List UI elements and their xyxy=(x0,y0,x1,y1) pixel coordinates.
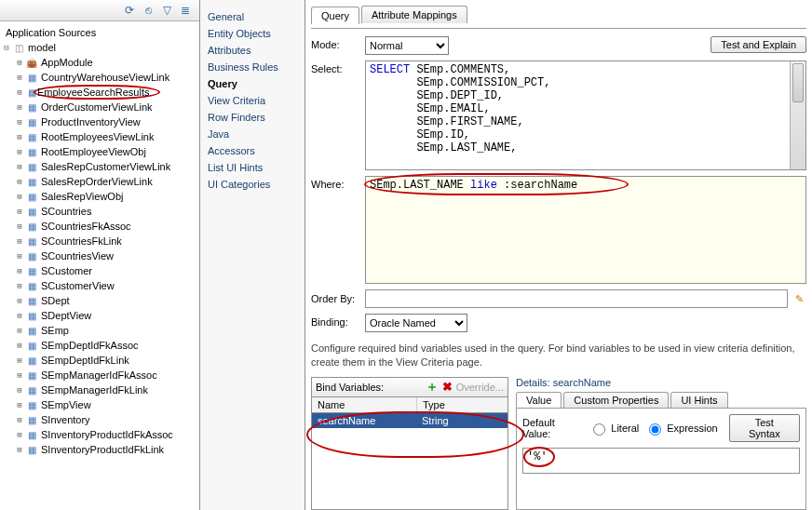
tree-node[interactable]: ⊞▦SEmp xyxy=(2,323,197,338)
application-tree[interactable]: Application Sources ⊟ ◫ model ⊞👜AppModul… xyxy=(0,21,199,510)
tree-node[interactable]: ⊞▦SCustomer xyxy=(2,263,197,278)
tree-node[interactable]: ⊞▦SDept xyxy=(2,293,197,308)
select-scrollbar[interactable] xyxy=(790,61,805,169)
expand-icon[interactable]: ⊞ xyxy=(15,356,24,365)
expand-icon[interactable]: ⊞ xyxy=(15,415,24,424)
object-icon: ▦ xyxy=(24,324,39,337)
expand-icon[interactable]: ⊞ xyxy=(15,296,24,305)
expand-icon[interactable]: ⊞ xyxy=(15,207,24,216)
nav-item[interactable]: List UI Hints xyxy=(208,159,297,176)
nav-item[interactable]: General xyxy=(208,8,297,25)
object-icon: ▦ xyxy=(24,279,39,292)
expression-radio[interactable]: Expression xyxy=(644,421,717,436)
orderby-input[interactable] xyxy=(365,289,788,308)
tree-node[interactable]: ⊞▦SInventoryProductIdFkAssoc xyxy=(2,427,197,442)
expand-icon[interactable]: ⊞ xyxy=(15,162,24,171)
nav-item[interactable]: View Criteria xyxy=(208,92,297,109)
expand-icon[interactable]: ⊞ xyxy=(15,311,24,320)
binding-select[interactable]: Oracle Named xyxy=(365,314,467,332)
tree-node[interactable]: ⊞▦SCountriesFkLink xyxy=(2,234,197,248)
expand-icon[interactable]: ⊞ xyxy=(15,132,24,141)
object-icon: ▦ xyxy=(24,160,39,173)
tree-node[interactable]: ⊞▦SEmpDeptIdFkAssoc xyxy=(2,338,197,353)
bindvar-row[interactable]: searchName String xyxy=(312,413,508,428)
tree-node[interactable]: ⊞▦SalesRepOrderViewLink xyxy=(2,174,197,189)
tree-node[interactable]: ⊞▦SalesRepCustomerViewLink xyxy=(2,159,197,174)
expand-icon[interactable]: ⊞ xyxy=(15,58,24,67)
tree-node[interactable]: ⊞▦SEmpManagerIdFkAssoc xyxy=(2,368,197,382)
expand-icon[interactable]: ⊞ xyxy=(15,117,24,127)
details-tab-custom[interactable]: Custom Properties xyxy=(563,392,669,408)
nav-item[interactable]: Query xyxy=(208,75,297,92)
bindvar-col-name[interactable]: Name xyxy=(312,397,417,412)
delete-icon[interactable]: ✖ xyxy=(442,380,453,394)
tree-node[interactable]: ⊞👜AppModule xyxy=(2,55,197,70)
tab-query[interactable]: Query xyxy=(311,7,359,24)
tree-node[interactable]: ⊞▦SEmpView xyxy=(2,397,197,412)
nav-item[interactable]: Row Finders xyxy=(208,109,297,126)
expand-icon[interactable]: ⊞ xyxy=(15,281,24,290)
tree-node[interactable]: ⊞▦SCustomerView xyxy=(2,278,197,293)
tree-node[interactable]: ⊞▦SalesRepViewObj xyxy=(2,189,197,204)
nav-item[interactable]: Entity Objects xyxy=(208,25,297,42)
pencil-icon[interactable]: ✎ xyxy=(792,291,806,306)
expand-icon[interactable]: ⊞ xyxy=(15,102,24,112)
tree-node-model[interactable]: ⊟ ◫ model xyxy=(2,40,197,55)
add-icon[interactable]: ＋ xyxy=(426,379,439,396)
details-tab-uihints[interactable]: UI Hints xyxy=(670,392,727,408)
bindvar-row-name: searchName xyxy=(312,413,416,428)
object-icon: ▦ xyxy=(24,249,39,262)
nav-item[interactable]: UI Categories xyxy=(208,176,297,193)
tree-node[interactable]: ⊞▦RootEmployeesViewLink xyxy=(2,129,197,144)
expand-icon[interactable]: ⊞ xyxy=(15,177,24,186)
where-sql-editor[interactable]: SEmp.LAST_NAME like :searchName xyxy=(365,176,806,284)
expand-icon[interactable]: ⊞ xyxy=(15,445,24,454)
tree-node[interactable]: ⊞▦RootEmployeeViewObj xyxy=(2,144,197,159)
tree-node[interactable]: ⊞▦OrderCustomerViewLink xyxy=(2,100,197,114)
expand-icon[interactable]: ⊞ xyxy=(15,73,24,82)
override-button[interactable]: Override... xyxy=(456,382,504,393)
select-sql-editor[interactable]: SELECT SEmp.COMMENTS, SEmp.COMMISSION_PC… xyxy=(365,60,806,170)
test-syntax-button[interactable]: Test Syntax xyxy=(729,414,800,442)
tree-node[interactable]: ⊞▦SDeptView xyxy=(2,308,197,323)
expand-icon[interactable]: ⊞ xyxy=(15,370,24,380)
nav-item[interactable]: Business Rules xyxy=(208,59,297,75)
bindvar-col-type[interactable]: Type xyxy=(417,397,451,412)
expand-icon[interactable]: ⊞ xyxy=(15,430,24,439)
expand-icon[interactable]: ⊞ xyxy=(15,147,24,156)
expand-icon[interactable]: ⊞ xyxy=(15,87,24,97)
expand-icon[interactable]: ⊞ xyxy=(15,326,24,335)
expand-icon[interactable]: ⊞ xyxy=(15,385,24,395)
nav-item[interactable]: Attributes xyxy=(208,42,297,59)
filter-icon[interactable]: ▽ xyxy=(158,2,175,19)
details-tab-value[interactable]: Value xyxy=(516,392,562,408)
tree-node[interactable]: ⊞▦SInventoryProductIdFkLink xyxy=(2,442,197,457)
options-icon[interactable]: ≣ xyxy=(177,2,194,19)
nav-item[interactable]: Accessors xyxy=(208,142,297,159)
expand-icon[interactable]: ⊞ xyxy=(15,192,24,201)
expression-editor[interactable]: '%' xyxy=(522,448,800,474)
tab-attribute-mappings[interactable]: Attribute Mappings xyxy=(361,6,467,23)
literal-radio[interactable]: Literal xyxy=(589,421,639,436)
collapse-icon[interactable]: ⊟ xyxy=(2,43,11,52)
expand-icon[interactable]: ⊞ xyxy=(15,251,24,261)
test-explain-button[interactable]: Test and Explain xyxy=(710,36,806,53)
expand-icon[interactable]: ⊞ xyxy=(15,236,24,246)
expand-icon[interactable]: ⊞ xyxy=(15,266,24,275)
tree-node[interactable]: ⊞▦SCountriesFkAssoc xyxy=(2,219,197,234)
expand-icon[interactable]: ⊞ xyxy=(15,221,24,231)
tree-node[interactable]: ⊞▦SCountriesView xyxy=(2,248,197,263)
nav-item[interactable]: Java xyxy=(208,126,297,142)
tree-sync-icon[interactable]: ⎋ xyxy=(140,2,156,19)
tree-node[interactable]: ⊞▦SEmpDeptIdFkLink xyxy=(2,353,197,368)
tree-node[interactable]: ⊞▦ProductInventoryView xyxy=(2,114,197,129)
mode-select[interactable]: Normal xyxy=(365,36,449,55)
tree-node[interactable]: ⊞▦SEmpManagerIdFkLink xyxy=(2,382,197,397)
tree-node[interactable]: ⊞▦SCountries xyxy=(2,204,197,219)
expand-icon[interactable]: ⊞ xyxy=(15,341,24,350)
refresh-icon[interactable]: ⟳ xyxy=(121,2,138,19)
tree-node[interactable]: ⊞▦EmployeeSearchResults xyxy=(2,85,197,100)
expand-icon[interactable]: ⊞ xyxy=(15,400,24,409)
tree-node[interactable]: ⊞▦CountryWarehouseViewLink xyxy=(2,70,197,85)
tree-node[interactable]: ⊞▦SInventory xyxy=(2,412,197,427)
